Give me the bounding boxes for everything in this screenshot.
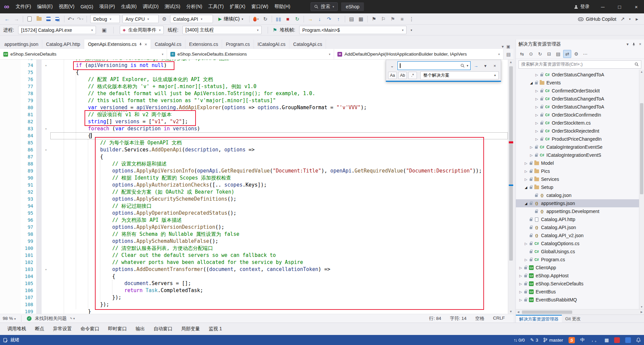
- collapsed-arrow-icon[interactable]: ▷: [529, 153, 533, 157]
- sogou-ime-icon[interactable]: S: [569, 337, 575, 343]
- code-line[interactable]: 91options.ApplyAuthorizationChecks([.. s…: [0, 182, 508, 189]
- code-line[interactable]: 99options.ApplySchemaNullableFalse();: [0, 238, 508, 245]
- code-line[interactable]: 101// Clear out the default servers so w…: [0, 252, 508, 259]
- tree-item[interactable]: ▷C#OrderStatusChangedToA: [516, 71, 644, 79]
- code-line[interactable]: 98// 将所有 Schema 的 Nullable 属性设置为 false: [0, 231, 508, 238]
- ime-toolbox-icon[interactable]: [625, 337, 631, 343]
- tree-item[interactable]: ▷Model: [516, 159, 644, 167]
- tool-window-tab[interactable]: 断点: [31, 325, 48, 333]
- ime-mode-toggle[interactable]: 中: [580, 337, 585, 343]
- scrollbar-thumb[interactable]: [522, 310, 572, 314]
- expanded-arrow-icon[interactable]: ◢: [524, 202, 528, 205]
- find-next-button[interactable]: →: [472, 62, 480, 70]
- menu-item[interactable]: 帮助(H): [271, 0, 293, 13]
- panel-tab[interactable]: Git 更改: [562, 315, 584, 323]
- tree-item[interactable]: ▷C#Program.cs: [516, 256, 644, 264]
- code-line[interactable]: 82string[] versions = ["v1", "v2"];: [0, 118, 508, 125]
- code-line[interactable]: 104{: [0, 273, 508, 280]
- tree-item[interactable]: ▷C#ICatalogIntegrationEventS: [516, 151, 644, 159]
- properties-icon[interactable]: ▤: [554, 50, 562, 58]
- find-input[interactable]: ▾: [397, 61, 471, 70]
- fold-chevron-icon[interactable]: ▾: [42, 62, 50, 69]
- tree-item[interactable]: ▷Services: [516, 175, 644, 183]
- menu-item[interactable]: 测试(S): [162, 0, 183, 13]
- code-line[interactable]: 94// 标记过期接口: [0, 203, 508, 210]
- scroll-up-icon[interactable]: ▲: [508, 60, 514, 64]
- code-line[interactable]: 109}: [0, 308, 508, 314]
- scroll-down-icon[interactable]: ▼: [508, 310, 514, 313]
- tool-window-tab[interactable]: 命令窗口: [76, 325, 103, 333]
- code-line[interactable]: 95options.ApplyOperationDeprecatedStatus…: [0, 210, 508, 217]
- tree-item[interactable]: ▷C#OrderStockConfirmedIn: [516, 111, 644, 119]
- scroll-right-icon[interactable]: ▶: [639, 309, 644, 315]
- line-indicator[interactable]: 行: 84: [429, 316, 441, 322]
- doc-tab[interactable]: Catalog.API.http: [42, 40, 84, 49]
- pin-icon[interactable]: [139, 43, 142, 46]
- code-line[interactable]: 85// 为每个版本注册 OpenAPI 文档: [0, 139, 508, 146]
- handwriting-icon[interactable]: [614, 337, 620, 343]
- tool-window-tab[interactable]: 即时窗口: [104, 325, 131, 333]
- expand-replace-icon[interactable]: ⌄: [388, 62, 396, 70]
- menu-item[interactable]: Git(G): [77, 0, 96, 13]
- sync-active-icon[interactable]: ⇄: [563, 50, 571, 58]
- titlebar-search[interactable]: 搜索 ▾: [311, 2, 338, 11]
- github-copilot-button[interactable]: GitHub Copilot: [586, 16, 616, 22]
- close-button[interactable]: ×: [629, 0, 644, 13]
- doc-tab[interactable]: CatalogApi.cs: [289, 40, 326, 49]
- code-line[interactable]: 79// this will format the version as "'v…: [0, 97, 508, 104]
- code-line[interactable]: 96// 为文档添加 API 版本描述: [0, 217, 508, 224]
- tool-window-tab[interactable]: 异常设置: [49, 325, 76, 333]
- hot-reload-button[interactable]: ▾: [252, 15, 260, 23]
- preview-button[interactable]: ▤: [347, 15, 356, 23]
- menu-item[interactable]: 分析(N): [183, 0, 205, 13]
- collapsed-arrow-icon[interactable]: ▷: [535, 129, 539, 133]
- code-line[interactable]: 81// 假设项目有 v1 和 v2 两个版本: [0, 111, 508, 118]
- step-out-button[interactable]: ↑: [334, 15, 343, 23]
- prev-bookmark-button[interactable]: ⚐: [379, 15, 388, 23]
- refresh-icon[interactable]: ↻: [536, 50, 544, 58]
- tree-item[interactable]: Catalog.API.http: [516, 215, 644, 223]
- next-bookmark-button[interactable]: ⚑: [388, 15, 397, 23]
- code-line[interactable]: 83▾foreach (var description in versions): [0, 125, 508, 132]
- collapsed-arrow-icon[interactable]: ▷: [524, 242, 528, 246]
- fold-chevron-icon[interactable]: ▾: [42, 125, 50, 132]
- tree-item[interactable]: ▷Pics: [516, 167, 644, 175]
- keyboard-button[interactable]: ▦: [357, 15, 365, 23]
- tree-item[interactable]: ▷C#eShop.AppHost: [516, 272, 644, 280]
- tool-window-tab[interactable]: 调用堆栈: [3, 325, 30, 333]
- scroll-left-icon[interactable]: ◀: [516, 309, 521, 315]
- tool-window-tab[interactable]: 局部变量: [177, 325, 204, 333]
- startup-project-dropdown[interactable]: Catalog.API▾: [170, 15, 213, 23]
- pause-button[interactable]: ▮▮: [274, 15, 283, 23]
- tree-item[interactable]: {}Catalog.API.json: [516, 223, 644, 231]
- collapsed-arrow-icon[interactable]: ▷: [535, 113, 539, 117]
- overflow-button[interactable]: ⋮: [407, 15, 416, 23]
- sign-in-button[interactable]: 登录: [570, 4, 594, 10]
- window-position-icon[interactable]: ▾: [627, 42, 629, 47]
- tool-window-tab[interactable]: 自动窗口: [150, 325, 176, 333]
- collapsed-arrow-icon[interactable]: ▷: [519, 282, 523, 286]
- code-line[interactable]: 92// 配置安全方案 (如 OAuth2 或 Bearer Token): [0, 189, 508, 196]
- menu-item[interactable]: 窗口(W): [248, 0, 271, 13]
- pin-icon[interactable]: [632, 43, 636, 46]
- collapsed-arrow-icon[interactable]: ▷: [535, 89, 539, 93]
- punctuation-toggle[interactable]: ，。: [590, 337, 599, 343]
- doc-tab[interactable]: Extensions.cs: [185, 40, 222, 49]
- tree-item[interactable]: ▷C#OrderStockItem.cs: [516, 119, 644, 127]
- continue-button[interactable]: ▶ 继续(C) ▾: [216, 15, 246, 23]
- code-line[interactable]: 80var versioned = apiVersioning.AddApiEx…: [0, 104, 508, 111]
- find-options-icon[interactable]: ▾: [481, 62, 489, 70]
- collapsed-arrow-icon[interactable]: ▷: [524, 169, 528, 173]
- undo-button[interactable]: ↶▾: [66, 15, 75, 23]
- solution-search-input[interactable]: 搜索解决方案资源管理器(Ctrl+;): [519, 60, 641, 69]
- tree-item[interactable]: ▷C#OrderStockRejectedInt: [516, 127, 644, 135]
- redo-button[interactable]: ↷▾: [76, 15, 85, 23]
- doc-tab[interactable]: CatalogAI.cs: [151, 40, 185, 49]
- collapsed-arrow-icon[interactable]: ▷: [535, 73, 539, 77]
- menu-item[interactable]: 工具(T): [205, 0, 227, 13]
- code-line[interactable]: 86▾builder.Services.AddOpenApi(descripti…: [0, 146, 508, 153]
- code-line[interactable]: 77// 格式化版本名称为 'v' + major[.minor][-statu…: [0, 83, 508, 90]
- minimize-button[interactable]: ─: [595, 0, 610, 13]
- collapsed-arrow-icon[interactable]: ▷: [519, 266, 523, 270]
- code-line[interactable]: 90// 根据 Identity 配置的 Scopes 添加授权检查: [0, 175, 508, 182]
